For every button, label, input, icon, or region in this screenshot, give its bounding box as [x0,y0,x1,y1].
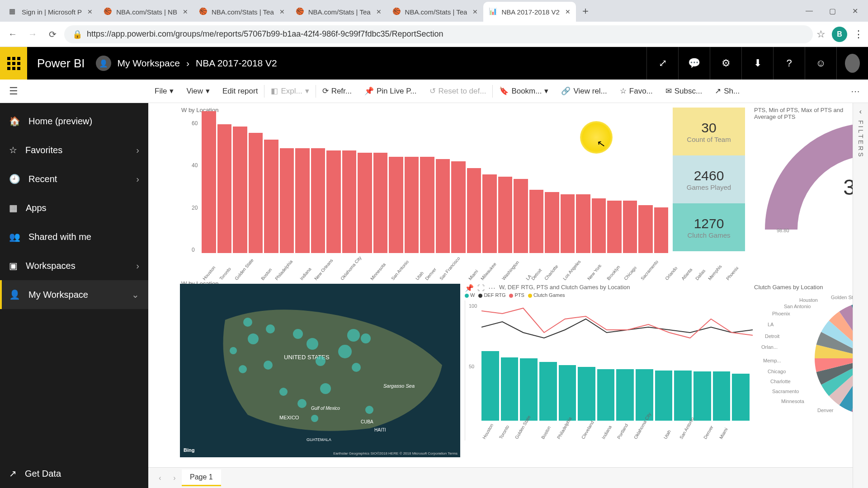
feedback-button[interactable]: ☺ [805,47,836,80]
browser-tab[interactable]: 🏀NBA.com/Stats | Tea✕ [387,2,484,22]
close-icon[interactable]: ✕ [279,8,285,15]
tab-strip: ▦Sign in | Microsoft P✕ 🏀NBA.com/Stats |… [0,0,868,22]
close-icon[interactable]: ✕ [565,8,571,15]
close-icon[interactable]: ✕ [376,8,382,15]
reload-button[interactable]: ⟳ [44,26,61,42]
next-page-button[interactable]: › [167,474,182,482]
pin-button[interactable]: 📌Pin Live P... [358,86,423,96]
browser-menu-icon[interactable]: ⋮ [854,28,863,40]
back-button[interactable]: ← [5,26,21,42]
chevron-right-icon: › [136,174,139,184]
focus-icon[interactable]: ⛶ [477,284,485,292]
help-button[interactable]: ? [773,47,805,80]
filters-pane-collapsed[interactable]: ‹ FILTERS [853,103,868,488]
url-bar[interactable]: 🔒 https://app.powerbi.com/groups/me/repo… [64,25,813,43]
gauge-min: 98.80 [777,228,789,233]
chevron-down-icon: ▾ [206,86,210,96]
sidebar-item-recent[interactable]: 🕘Recent› [0,164,148,193]
more-icon[interactable]: ⋯ [488,284,495,292]
share-button[interactable]: ↗Sh... [708,86,746,96]
user-avatar[interactable] [836,47,868,80]
getdata-icon: ↗ [9,468,17,479]
file-menu[interactable]: File ▾ [148,86,180,96]
lock-icon: 🔒 [72,29,82,39]
sidebar-item-myworkspace[interactable]: 👤My Workspace⌄ [0,280,148,309]
map-visual[interactable]: UNITED STATES Sargasso Sea MEXICO Gulf o… [180,284,460,457]
browser-tab[interactable]: 🏀NBA.com/Stats | Tea✕ [193,2,290,22]
fullscreen-button[interactable]: ⤢ [646,47,678,80]
sidebar-item-workspaces[interactable]: ▣Workspaces› [0,251,148,280]
sidebar-item-home[interactable]: 🏠Home (preview) [0,107,148,136]
reset-icon: ↺ [429,86,436,96]
refresh-icon: ⟳ [322,86,329,96]
nav-toggle-button[interactable]: ☰ [0,85,27,97]
breadcrumb: 👤 My Workspace › NBA 2017-2018 V2 [96,56,277,71]
apps-icon: ▦ [9,202,18,213]
new-tab-button[interactable]: ＋ [580,4,590,18]
refresh-button[interactable]: ⟳Refr... [316,86,358,96]
close-icon[interactable]: ✕ [472,8,478,15]
chevron-left-icon[interactable]: ‹ [859,108,862,116]
forward-button[interactable]: → [24,26,41,42]
pie-chart-visual[interactable]: Clutch Games by Location MiamiBrooklynDa… [754,284,853,457]
chat-button[interactable]: 💬 [678,47,710,80]
view-related-button[interactable]: 🔗View rel... [555,86,613,96]
map-label-mex: MEXICO [279,415,299,420]
minimize-icon[interactable]: — [806,7,813,15]
explore-icon: ◧ [271,86,278,96]
pin-icon: 📌 [364,86,374,96]
pin-icon[interactable]: 📌 [465,284,474,292]
combo-chart-visual[interactable]: 📌 ⛶ ⋯ W, DEF RTG, PTS and Clutch Games b… [465,284,750,457]
maximize-icon[interactable]: ▢ [829,7,836,15]
prev-page-button[interactable]: ‹ [153,474,167,482]
chevron-down-icon: ▾ [170,86,174,96]
browser-tab[interactable]: 🏀NBA.com/Stats | NB✕ [98,2,193,22]
powerbi-header: Power BI 👤 My Workspace › NBA 2017-2018 … [0,47,868,80]
chevron-right-icon: › [136,145,139,155]
subscribe-button[interactable]: ✉Subsc... [659,86,708,96]
share-icon: ↗ [715,86,721,96]
star-icon: ☆ [620,86,627,96]
settings-button[interactable]: ⚙ [710,47,741,80]
person-icon: 👤 [9,289,20,300]
bookmark-icon: 🔖 [499,86,509,96]
edit-report-button[interactable]: Edit report [216,87,264,96]
sidebar-item-shared[interactable]: 👥Shared with me [0,222,148,251]
page-tab-active[interactable]: Page 1 [182,469,221,486]
view-menu[interactable]: View ▾ [180,86,216,96]
ms-icon: ▦ [9,7,18,16]
bookmark-button[interactable]: 🔖Bookm... ▾ [493,86,555,96]
browser-tab-active[interactable]: 📊NBA 2017-2018 V2✕ [483,2,576,22]
breadcrumb-report[interactable]: NBA 2017-2018 V2 [196,58,277,69]
pbi-icon: 📊 [489,7,498,16]
star-icon[interactable]: ☆ [816,28,826,40]
kpi-card[interactable]: 30Count of Team [673,108,745,155]
related-icon: 🔗 [561,86,571,96]
breadcrumb-sep: › [186,58,189,69]
breadcrumb-workspace[interactable]: My Workspace [118,58,180,69]
nav-sidebar: 🏠Home (preview) ☆Favorites› 🕘Recent› ▦Ap… [0,103,148,488]
kpi-card[interactable]: 1270Clutch Games [673,203,745,251]
gauge-visual[interactable]: 3.19K 98.80 113.50 106.34 [754,108,853,252]
sidebar-item-apps[interactable]: ▦Apps [0,193,148,222]
kpi-card[interactable]: 2460Games Played [673,155,745,203]
close-icon[interactable]: ✕ [183,8,188,15]
cursor-highlight-spot [580,121,613,154]
more-options-button[interactable]: ⋯ [843,86,868,97]
nba-icon: 🏀 [199,7,208,16]
pie-title: Clutch Games by Location [754,284,853,291]
favorite-button[interactable]: ☆Favo... [613,86,659,96]
report-canvas[interactable]: W by Location 0204060 HoustonTorontoGold… [148,103,853,467]
map-label-guat: GUATEMALA [307,437,331,442]
browser-tab[interactable]: 🏀NBA.com/Stats | Tea✕ [290,2,387,22]
app-launcher-button[interactable] [0,47,27,80]
close-window-icon[interactable]: ✕ [852,7,858,15]
browser-tab[interactable]: ▦Sign in | Microsoft P✕ [4,2,98,22]
sidebar-get-data[interactable]: ↗Get Data [0,459,148,488]
download-button[interactable]: ⬇ [741,47,773,80]
close-icon[interactable]: ✕ [87,8,93,15]
profile-avatar[interactable]: B [832,27,847,42]
report-toolbar: ☰ File ▾ View ▾ Edit report ◧Expl... ▾ ⟳… [0,80,868,103]
sidebar-item-favorites[interactable]: ☆Favorites› [0,136,148,164]
chevron-down-icon: ⌄ [132,289,139,300]
